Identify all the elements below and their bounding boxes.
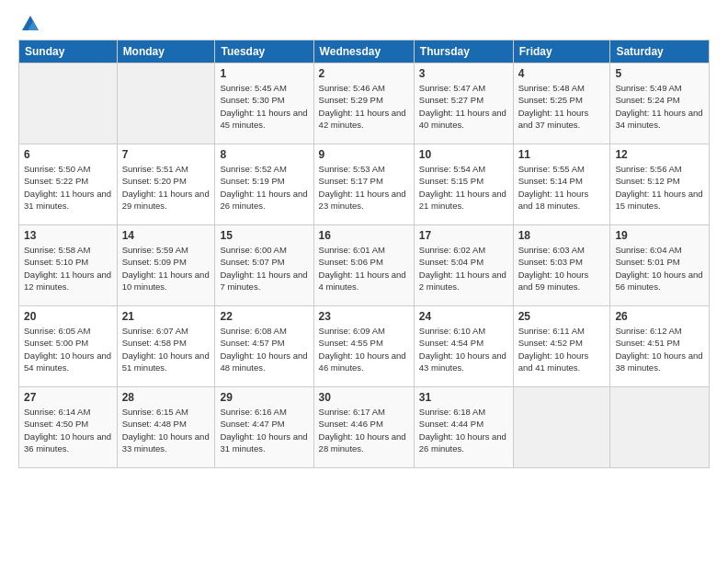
day-number: 31 [419,391,508,404]
calendar-cell: 4Sunrise: 5:48 AM Sunset: 5:25 PM Daylig… [513,63,610,144]
day-number: 5 [615,67,704,80]
calendar-cell: 20Sunrise: 6:05 AM Sunset: 5:00 PM Dayli… [19,306,118,387]
day-info: Sunrise: 5:53 AM Sunset: 5:17 PM Dayligh… [319,163,409,212]
day-info: Sunrise: 6:03 AM Sunset: 5:03 PM Dayligh… [518,244,606,293]
day-info: Sunrise: 5:50 AM Sunset: 5:22 PM Dayligh… [24,163,112,212]
calendar-cell: 27Sunrise: 6:14 AM Sunset: 4:50 PM Dayli… [19,387,118,468]
day-number: 21 [122,310,210,323]
day-info: Sunrise: 5:49 AM Sunset: 5:24 PM Dayligh… [615,82,704,131]
day-info: Sunrise: 6:11 AM Sunset: 4:52 PM Dayligh… [518,325,606,373]
day-info: Sunrise: 6:08 AM Sunset: 4:57 PM Dayligh… [220,325,308,373]
page: SundayMondayTuesdayWednesdayThursdayFrid… [0,0,728,563]
day-number: 28 [122,391,210,404]
calendar-cell: 31Sunrise: 6:18 AM Sunset: 4:44 PM Dayli… [414,387,513,468]
calendar-cell [513,387,610,468]
day-info: Sunrise: 5:47 AM Sunset: 5:27 PM Dayligh… [419,82,508,131]
day-number: 25 [518,310,606,323]
weekday-header: Wednesday [313,40,414,63]
header [18,14,710,30]
day-number: 16 [319,229,409,242]
day-info: Sunrise: 5:45 AM Sunset: 5:30 PM Dayligh… [220,82,308,131]
calendar-cell: 9Sunrise: 5:53 AM Sunset: 5:17 PM Daylig… [313,144,414,225]
day-info: Sunrise: 6:10 AM Sunset: 4:54 PM Dayligh… [419,325,508,373]
day-info: Sunrise: 5:52 AM Sunset: 5:19 PM Dayligh… [220,163,308,212]
day-info: Sunrise: 6:01 AM Sunset: 5:06 PM Dayligh… [319,244,409,293]
day-info: Sunrise: 5:55 AM Sunset: 5:14 PM Dayligh… [518,163,606,212]
calendar-cell: 7Sunrise: 5:51 AM Sunset: 5:20 PM Daylig… [117,144,215,225]
calendar-cell: 16Sunrise: 6:01 AM Sunset: 5:06 PM Dayli… [313,225,414,306]
logo [18,14,42,30]
calendar-week-row: 27Sunrise: 6:14 AM Sunset: 4:50 PM Dayli… [19,387,710,468]
calendar-cell: 18Sunrise: 6:03 AM Sunset: 5:03 PM Dayli… [513,225,610,306]
calendar-cell: 1Sunrise: 5:45 AM Sunset: 5:30 PM Daylig… [215,63,313,144]
day-info: Sunrise: 6:18 AM Sunset: 4:44 PM Dayligh… [419,406,508,454]
calendar-cell: 13Sunrise: 5:58 AM Sunset: 5:10 PM Dayli… [19,225,118,306]
calendar-cell: 25Sunrise: 6:11 AM Sunset: 4:52 PM Dayli… [513,306,610,387]
calendar-header-row: SundayMondayTuesdayWednesdayThursdayFrid… [19,40,710,63]
calendar-cell [117,63,215,144]
day-number: 3 [419,67,508,80]
calendar-cell: 12Sunrise: 5:56 AM Sunset: 5:12 PM Dayli… [610,144,710,225]
calendar-week-row: 6Sunrise: 5:50 AM Sunset: 5:22 PM Daylig… [19,144,710,225]
calendar-week-row: 20Sunrise: 6:05 AM Sunset: 5:00 PM Dayli… [19,306,710,387]
day-info: Sunrise: 6:00 AM Sunset: 5:07 PM Dayligh… [220,244,308,293]
day-number: 12 [615,148,704,161]
day-number: 26 [615,310,704,323]
calendar-cell: 14Sunrise: 5:59 AM Sunset: 5:09 PM Dayli… [117,225,215,306]
weekday-header: Friday [513,40,610,63]
day-info: Sunrise: 6:09 AM Sunset: 4:55 PM Dayligh… [319,325,409,373]
day-info: Sunrise: 6:07 AM Sunset: 4:58 PM Dayligh… [122,325,210,373]
calendar-cell: 23Sunrise: 6:09 AM Sunset: 4:55 PM Dayli… [313,306,414,387]
weekday-header: Monday [117,40,215,63]
calendar-cell [19,63,118,144]
day-number: 8 [220,148,308,161]
calendar-table: SundayMondayTuesdayWednesdayThursdayFrid… [18,40,710,468]
calendar-week-row: 13Sunrise: 5:58 AM Sunset: 5:10 PM Dayli… [19,225,710,306]
day-number: 1 [220,67,308,80]
day-number: 20 [24,310,112,323]
day-number: 15 [220,229,308,242]
day-info: Sunrise: 5:48 AM Sunset: 5:25 PM Dayligh… [518,82,606,131]
day-info: Sunrise: 5:54 AM Sunset: 5:15 PM Dayligh… [419,163,508,212]
calendar-cell: 26Sunrise: 6:12 AM Sunset: 4:51 PM Dayli… [610,306,710,387]
weekday-header: Thursday [414,40,513,63]
day-number: 6 [24,148,112,161]
calendar-cell: 15Sunrise: 6:00 AM Sunset: 5:07 PM Dayli… [215,225,313,306]
day-number: 9 [319,148,409,161]
calendar-cell: 21Sunrise: 6:07 AM Sunset: 4:58 PM Dayli… [117,306,215,387]
day-info: Sunrise: 6:14 AM Sunset: 4:50 PM Dayligh… [24,406,112,454]
day-number: 14 [122,229,210,242]
calendar-cell: 11Sunrise: 5:55 AM Sunset: 5:14 PM Dayli… [513,144,610,225]
calendar-cell: 6Sunrise: 5:50 AM Sunset: 5:22 PM Daylig… [19,144,118,225]
day-number: 10 [419,148,508,161]
calendar-cell: 22Sunrise: 6:08 AM Sunset: 4:57 PM Dayli… [215,306,313,387]
weekday-header: Saturday [610,40,710,63]
day-info: Sunrise: 6:12 AM Sunset: 4:51 PM Dayligh… [615,325,704,373]
day-number: 22 [220,310,308,323]
day-info: Sunrise: 5:51 AM Sunset: 5:20 PM Dayligh… [122,163,210,212]
day-number: 19 [615,229,704,242]
day-number: 30 [319,391,409,404]
day-info: Sunrise: 6:15 AM Sunset: 4:48 PM Dayligh… [122,406,210,454]
day-number: 27 [24,391,112,404]
calendar-cell: 19Sunrise: 6:04 AM Sunset: 5:01 PM Dayli… [610,225,710,306]
calendar-cell: 24Sunrise: 6:10 AM Sunset: 4:54 PM Dayli… [414,306,513,387]
day-number: 29 [220,391,308,404]
logo-icon [20,14,40,34]
calendar-cell: 3Sunrise: 5:47 AM Sunset: 5:27 PM Daylig… [414,63,513,144]
day-number: 11 [518,148,606,161]
day-info: Sunrise: 5:59 AM Sunset: 5:09 PM Dayligh… [122,244,210,293]
day-number: 7 [122,148,210,161]
calendar-cell: 8Sunrise: 5:52 AM Sunset: 5:19 PM Daylig… [215,144,313,225]
day-info: Sunrise: 6:04 AM Sunset: 5:01 PM Dayligh… [615,244,704,293]
day-info: Sunrise: 6:05 AM Sunset: 5:00 PM Dayligh… [24,325,112,373]
day-info: Sunrise: 6:16 AM Sunset: 4:47 PM Dayligh… [220,406,308,454]
day-number: 18 [518,229,606,242]
day-info: Sunrise: 5:58 AM Sunset: 5:10 PM Dayligh… [24,244,112,293]
day-number: 23 [319,310,409,323]
calendar-cell [610,387,710,468]
calendar-cell: 28Sunrise: 6:15 AM Sunset: 4:48 PM Dayli… [117,387,215,468]
day-number: 4 [518,67,606,80]
day-info: Sunrise: 5:46 AM Sunset: 5:29 PM Dayligh… [319,82,409,131]
day-info: Sunrise: 6:17 AM Sunset: 4:46 PM Dayligh… [319,406,409,454]
